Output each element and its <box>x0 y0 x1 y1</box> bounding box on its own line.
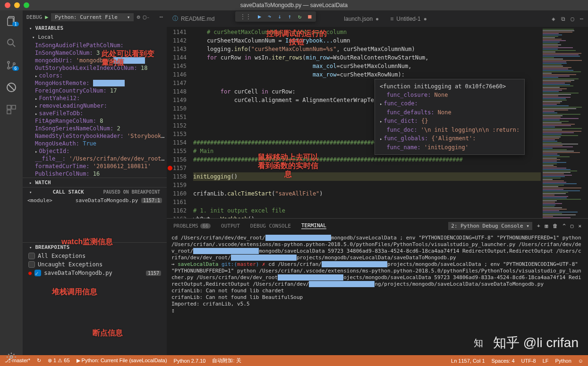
terminal-tab[interactable]: TERMINAL <box>301 222 326 229</box>
settings-gear-icon[interactable] <box>6 352 17 362</box>
restart-button[interactable]: ↻ <box>298 13 301 20</box>
step-into-button[interactable]: ↓ <box>278 13 281 20</box>
activity-bar: 1 6 <box>0 10 23 355</box>
more-icon[interactable]: ⋯ <box>580 16 583 22</box>
svg-text:知: 知 <box>474 338 483 348</box>
collapse-icon[interactable]: ^ <box>562 223 566 229</box>
continue-button[interactable]: ▶ <box>258 13 261 20</box>
close-window-button[interactable] <box>5 2 10 8</box>
stop-button[interactable]: ■ <box>308 13 311 20</box>
svg-line-3 <box>13 44 15 47</box>
window-titlebar: saveDataToMongodb.py — saveLocalData <box>0 0 588 10</box>
line-numbers: 1141114211431144114511461147114811491150… <box>167 27 193 218</box>
traffic-lights <box>5 2 29 8</box>
output-tab[interactable]: OUTPUT <box>221 223 240 229</box>
bug-icon <box>6 82 17 93</box>
editor-area: ⓘREADME.md ⋮⋮ ▶ ↷ ↓ ↑ ↻ ■ launch.json● ≡… <box>167 10 588 355</box>
callstack-frame[interactable]: <module> saveDataToMongodb.py 1157:1 <box>23 196 167 204</box>
search-icon <box>6 37 17 49</box>
local-scope-header[interactable]: Local <box>23 33 167 42</box>
uncaught-exceptions-breakpoint[interactable]: Uncaught Exceptions <box>23 260 167 269</box>
debug-console-tab[interactable]: DEBUG CONSOLE <box>250 223 291 229</box>
callstack-section-header[interactable]: CALL STACK PAUSED ON BREAKPOINT <box>23 187 167 196</box>
debug-toolbar: DEBUG ▶ Python: Current File▾ ⚙ ▢₋ ⋯ <box>23 10 167 24</box>
watch-section-header[interactable]: WATCH <box>23 178 167 187</box>
editor-actions: ◈ ⧉ ▢ ⋯ <box>552 16 588 22</box>
all-exceptions-breakpoint[interactable]: All Exceptions <box>23 252 167 260</box>
tab-readme[interactable]: ⓘREADME.md <box>167 10 220 27</box>
debug-console-icon[interactable]: ▢₋ <box>143 14 150 20</box>
debug-control-toolbar: ⋮⋮ ▶ ↷ ↓ ↑ ↻ ■ <box>235 11 316 22</box>
search-tab[interactable] <box>6 37 17 50</box>
eol[interactable]: LF <box>543 358 549 364</box>
debug-status[interactable]: ▶ Python: Current File (saveLocalData) <box>77 357 167 364</box>
debug-config-select[interactable]: Python: Current File▾ <box>51 13 134 21</box>
minimap[interactable] <box>541 27 588 218</box>
svg-rect-11 <box>7 110 11 114</box>
minimize-window-button[interactable] <box>14 2 20 8</box>
tab-untitled[interactable]: ≡Untitled-1● <box>384 10 433 27</box>
split-terminal-button[interactable]: ▥ <box>545 223 548 229</box>
step-over-button[interactable]: ↷ <box>268 13 271 20</box>
language-mode[interactable]: Python <box>555 358 571 364</box>
extensions-tab[interactable] <box>6 104 17 117</box>
cursor-position[interactable]: Ln 1157, Col 1 <box>451 358 485 364</box>
python-version[interactable]: Python 2.7.10 <box>174 358 206 364</box>
step-out-button[interactable]: ↑ <box>288 13 291 20</box>
maximize-icon[interactable]: ▢ <box>571 223 574 229</box>
indentation[interactable]: Spaces: 4 <box>492 358 515 364</box>
checkbox[interactable] <box>28 253 35 259</box>
more-icon[interactable]: ⋯ <box>160 14 163 20</box>
file-breakpoint[interactable]: ●✓saveDataToMongodb.py1157 <box>23 269 167 277</box>
panel-tabs: PROBLEMS66 OUTPUT DEBUG CONSOLE TERMINAL… <box>167 219 588 233</box>
checkbox-checked[interactable]: ✓ <box>34 270 41 276</box>
start-debug-button[interactable]: ▶ <box>45 14 48 20</box>
terminal-select[interactable]: 2: Python Debug Console ▾ <box>448 222 532 230</box>
window-title: saveDataToMongodb.py — saveLocalData <box>240 2 348 9</box>
problems-status[interactable]: ⊗ 1 ⚠ 65 <box>48 357 70 364</box>
svg-point-4 <box>8 61 9 63</box>
split-icon[interactable]: ⧉ <box>561 16 565 22</box>
diff-icon[interactable]: ◈ <box>552 16 555 22</box>
extensions-icon <box>6 104 17 115</box>
feedback-icon[interactable]: ☺ <box>578 358 583 364</box>
explorer-tab[interactable]: 1 <box>6 15 17 28</box>
svg-point-6 <box>13 63 15 65</box>
maximize-window-button[interactable] <box>24 2 29 8</box>
svg-rect-9 <box>7 105 11 109</box>
svg-point-5 <box>8 67 9 69</box>
status-bar: ⎇ master* ↻ ⊗ 1 ⚠ 65 ▶ Python: Current F… <box>0 355 588 366</box>
layout-icon[interactable]: ▢ <box>571 16 574 22</box>
svg-point-12 <box>10 356 13 358</box>
paused-status: PAUSED ON BREAKPOINT <box>103 189 160 195</box>
svg-rect-10 <box>12 105 16 109</box>
watermark: 知 知乎 @li crifan <box>472 334 579 352</box>
variables-section-header[interactable]: VARIABLES <box>23 24 167 33</box>
drag-handle-icon[interactable]: ⋮⋮ <box>240 13 251 20</box>
zhihu-icon: 知 <box>472 335 488 351</box>
hover-tooltip: <function initLogging at 0x10fc76e60> fu… <box>375 79 525 155</box>
debug-sidebar: DEBUG ▶ Python: Current File▾ ⚙ ▢₋ ⋯ VAR… <box>23 10 167 355</box>
encoding[interactable]: UTF-8 <box>521 358 536 364</box>
scm-tab[interactable]: 6 <box>6 60 17 72</box>
checkbox[interactable] <box>28 261 35 268</box>
editor-tabs: ⓘREADME.md ⋮⋮ ▶ ↷ ↓ ↑ ↻ ■ launch.json● ≡… <box>167 10 588 27</box>
new-terminal-button[interactable]: + <box>537 223 540 229</box>
hover-title: <function initLogging at 0x10fc76e60> <box>380 82 520 91</box>
debug-label: DEBUG <box>26 14 42 20</box>
close-panel-button[interactable]: ✕ <box>578 223 581 229</box>
sync-status[interactable]: ↻ <box>37 357 41 364</box>
auto-attach[interactable]: 自动附加: 关 <box>212 357 241 364</box>
kill-terminal-button[interactable]: 🗑 <box>553 223 558 229</box>
svg-point-2 <box>8 39 13 45</box>
svg-line-8 <box>9 85 14 90</box>
variables-list: InSongAudioFilePathColNum: InSongNameCol… <box>23 42 167 178</box>
breakpoints-section-header[interactable]: BREAKPOINTS <box>23 242 167 252</box>
tab-launch[interactable]: launch.json● <box>338 10 384 27</box>
debug-tab[interactable] <box>6 82 17 94</box>
problems-tab[interactable]: PROBLEMS66 <box>173 223 211 229</box>
gear-icon[interactable]: ⚙ <box>136 14 140 20</box>
